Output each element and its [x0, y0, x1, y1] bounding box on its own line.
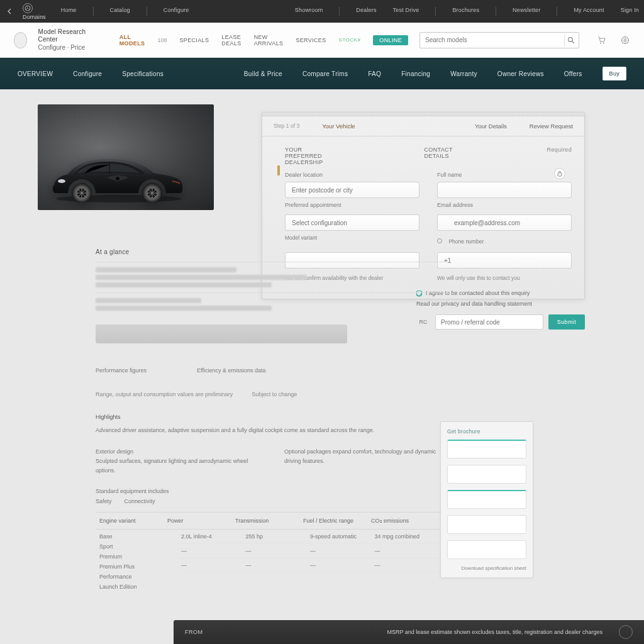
rl-0: Base — [99, 533, 174, 540]
site-title-line2: Configure · Price — [38, 44, 92, 52]
doc-small-h: Standard equipment includes — [96, 488, 169, 494]
quicklink-new[interactable]: NEW ARRIVALS — [254, 34, 284, 47]
topbar-link-showroom[interactable]: Showroom — [295, 7, 323, 16]
hero-vehicle-image — [38, 104, 214, 210]
svg-rect-12 — [558, 173, 562, 176]
promo-input[interactable] — [435, 314, 543, 330]
fullname-input[interactable] — [437, 182, 572, 198]
doc-colB: Optional packages expand comfort, techno… — [284, 448, 436, 464]
brand-name: Domains — [23, 14, 46, 20]
table-rowlabels: Base Sport Premium Premium Plus Performa… — [96, 530, 177, 594]
fullname-label: Full name — [437, 172, 572, 178]
nav-financing[interactable]: Financing — [401, 70, 430, 77]
nav-faq[interactable]: FAQ — [368, 70, 381, 77]
svg-point-2 — [600, 42, 601, 43]
topbar-link-signin[interactable]: Sign In — [621, 7, 639, 16]
site-title-line1: Model Research Center — [38, 28, 92, 44]
pair-right: Efficiency & emissions data — [197, 367, 265, 374]
brochure-slot-3[interactable] — [447, 490, 526, 509]
radio-icon[interactable] — [437, 238, 442, 243]
brochure-slot-4[interactable] — [447, 515, 526, 534]
availability-pill: ONLINE — [373, 35, 408, 45]
svg-point-1 — [568, 37, 572, 42]
tab-vehicle[interactable]: Your Vehicle — [311, 116, 366, 136]
quicklink-services[interactable]: SERVICES — [296, 37, 326, 43]
lock-icon — [554, 168, 565, 179]
region-icon[interactable] — [621, 34, 631, 47]
nav-overview[interactable]: OVERVIEW — [18, 70, 53, 77]
stock-key: STOCK# — [339, 37, 361, 43]
table-row: ———— — [177, 544, 443, 558]
submit-button[interactable]: Submit — [548, 314, 585, 330]
brochure-card: Get brochure Download specification shee… — [440, 421, 533, 578]
nav-configure[interactable]: Configure — [73, 70, 102, 77]
td: 255 hp — [246, 533, 311, 540]
topbar-link-configure[interactable]: Configure — [164, 7, 189, 16]
brochure-footer[interactable]: Download specification sheet — [447, 565, 526, 571]
card-step-indicator: Step 1 of 3 — [262, 116, 311, 136]
search-input[interactable] — [419, 32, 579, 48]
tab-review[interactable]: Review Request — [518, 116, 584, 136]
th-2: Transmission — [235, 518, 303, 524]
price-disclaimer: MSRP and lease estimate shown excludes t… — [387, 629, 602, 635]
nav-specs[interactable]: Specifications — [122, 70, 164, 77]
brochure-slot-2[interactable] — [447, 465, 526, 484]
section-dealer-heading: YOUR PREFERRED DEALERSHIP — [285, 147, 330, 165]
rl-1: Sport — [99, 543, 174, 550]
topbar-link-account[interactable]: My Account — [574, 7, 604, 16]
expand-icon[interactable] — [619, 625, 633, 639]
quicklink-lease[interactable]: LEASE DEALS — [221, 34, 241, 47]
brand-block: Domains — [23, 3, 46, 20]
doc-p1: Advanced driver assistance, adaptive sus… — [96, 427, 374, 433]
brochure-slot-5[interactable] — [447, 540, 526, 559]
nav-compare[interactable]: Compare Trims — [303, 70, 348, 77]
header-quicklinks: ALL MODELS 108 SPECIALS LEASE DEALS NEW … — [119, 34, 408, 47]
table-row: ———— — [177, 558, 443, 573]
brochure-slot-1[interactable] — [447, 440, 526, 458]
topbar-link-catalog[interactable]: Catalog — [110, 7, 130, 16]
svg-point-3 — [603, 42, 604, 43]
tab-details[interactable]: Your Details — [464, 116, 518, 136]
table-row: 2.0L inline-4 255 hp 9-speed automatic 3… — [177, 530, 443, 544]
sticky-price-bar: FROM MSRP and lease estimate shown exclu… — [174, 620, 644, 644]
dealer-location-input[interactable] — [285, 182, 419, 198]
topbar-link-dealers[interactable]: Dealers — [356, 7, 376, 16]
back-icon[interactable] — [5, 7, 14, 16]
nav-build[interactable]: Build & Price — [244, 70, 282, 77]
variant-label: Model variant — [285, 235, 419, 241]
pair-left: Performance figures — [96, 367, 147, 374]
topbar-link-testdrive[interactable]: Test Drive — [393, 7, 419, 16]
topbar-link-news[interactable]: Newsletter — [513, 7, 540, 16]
topbar-left-links: Home Catalog Configure — [61, 7, 189, 16]
nav-offers[interactable]: Offers — [564, 70, 582, 77]
nav-reviews[interactable]: Owner Reviews — [497, 70, 544, 77]
search-icon[interactable] — [564, 34, 577, 47]
topbar-right-links: Showroom Dealers Test Drive Brochures Ne… — [295, 7, 639, 16]
topbar-link-brochures[interactable]: Brochures — [452, 7, 479, 16]
email-input[interactable] — [437, 214, 572, 231]
site-header: Model Research Center Configure · Price … — [0, 23, 644, 58]
variant-table: Engine variant Power Transmission Fuel /… — [96, 512, 443, 594]
card-tabs: Step 1 of 3 Your Vehicle Your Details Re… — [262, 116, 584, 136]
quicklink-all-models[interactable]: ALL MODELS — [119, 34, 145, 47]
th-3: Fuel / Electric range — [303, 518, 371, 524]
site-logo-icon[interactable] — [14, 32, 27, 48]
active-section-marker — [277, 165, 280, 175]
brochure-title: Get brochure — [447, 428, 526, 435]
model-variant-input[interactable] — [285, 214, 419, 231]
quicklink-specials[interactable]: SPECIALS — [179, 37, 209, 43]
rl-3: Premium Plus — [99, 564, 174, 570]
table-header-row: Engine variant Power Transmission Fuel /… — [96, 512, 443, 530]
section-contact-heading: CONTACT DETAILS — [424, 147, 452, 165]
th-4: CO₂ emissions — [371, 518, 439, 524]
nav-warranty[interactable]: Warranty — [450, 70, 477, 77]
svg-point-11 — [115, 176, 120, 181]
spec-document: At a glance Performance figures Efficien… — [96, 248, 448, 504]
topbar-link-home[interactable]: Home — [61, 7, 77, 16]
nav-cta-button[interactable]: Buy — [602, 67, 626, 80]
svg-point-10 — [58, 179, 65, 183]
phone-input[interactable] — [437, 252, 572, 269]
cart-icon[interactable] — [597, 34, 607, 47]
doc-title: At a glance — [96, 248, 448, 255]
required-hint: Required — [547, 147, 572, 165]
